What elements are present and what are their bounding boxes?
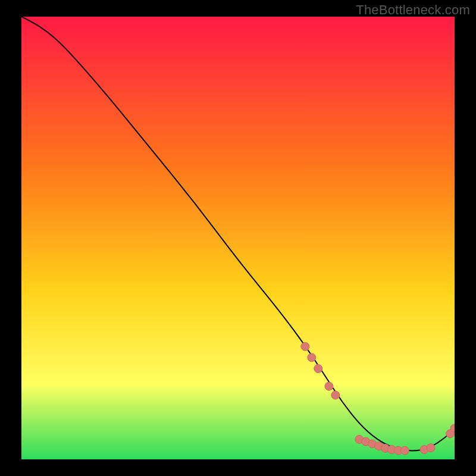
data-marker (325, 382, 333, 390)
data-marker (308, 353, 316, 362)
chart-svg (21, 17, 455, 459)
data-marker (331, 391, 340, 399)
gradient-background (21, 17, 455, 459)
plot-area (21, 17, 455, 459)
watermark-text: TheBottleneck.com (356, 2, 470, 18)
data-marker (427, 444, 435, 452)
data-marker (314, 365, 322, 373)
chart-frame: TheBottleneck.com (0, 0, 476, 476)
data-marker (301, 342, 309, 350)
data-marker (400, 446, 409, 455)
